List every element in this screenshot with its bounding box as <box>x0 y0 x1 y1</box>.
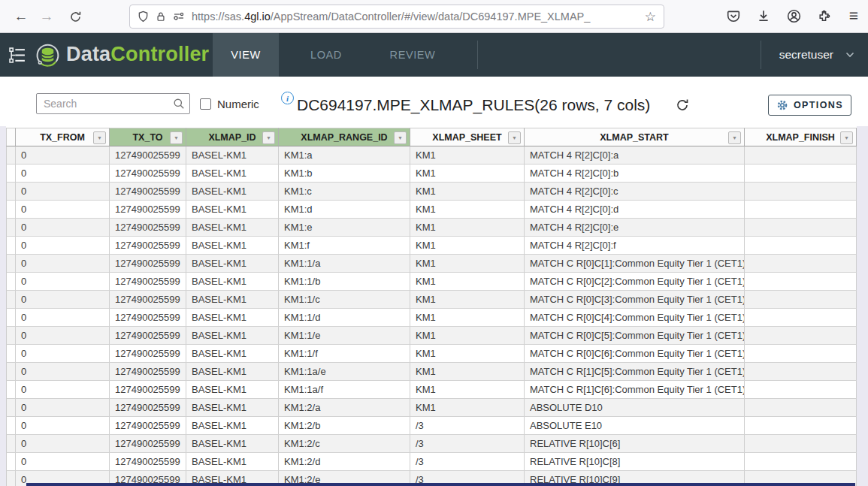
tab-load[interactable]: LOAD <box>293 33 359 77</box>
table-cell[interactable] <box>745 417 857 435</box>
column-filter-button[interactable]: ▼ <box>93 131 106 144</box>
table-cell[interactable]: MATCH 4 R[2]C[0]:c <box>525 183 745 201</box>
row-gutter[interactable] <box>6 219 16 237</box>
column-header-xlmap_sheet[interactable]: XLMAP_SHEET▼ <box>410 128 525 146</box>
table-cell[interactable]: 127490025599 <box>110 399 186 417</box>
table-cell[interactable]: KM1:2/d <box>279 453 410 471</box>
table-cell[interactable]: BASEL-KM1 <box>186 219 279 237</box>
shield-icon[interactable] <box>138 11 149 23</box>
table-cell[interactable]: 127490025599 <box>110 363 186 381</box>
table-cell[interactable]: KM1 <box>410 219 525 237</box>
table-cell[interactable]: KM1 <box>410 399 525 417</box>
table-cell[interactable]: KM1:c <box>279 183 410 201</box>
table-cell[interactable]: BASEL-KM1 <box>186 183 279 201</box>
table-cell[interactable]: 127490025599 <box>110 201 186 219</box>
user-menu[interactable]: secretuser <box>779 33 854 77</box>
table-cell[interactable]: BASEL-KM1 <box>186 345 279 363</box>
table-cell[interactable]: BASEL-KM1 <box>186 327 279 345</box>
info-icon[interactable]: i <box>281 92 294 104</box>
table-cell[interactable]: /3 <box>410 417 525 435</box>
table-cell[interactable]: MATCH C R[0]C[6]:Common Equity Tier 1 (C… <box>525 345 745 363</box>
table-cell[interactable]: 127490025599 <box>110 381 186 399</box>
tab-view[interactable]: VIEW <box>213 33 279 77</box>
lock-icon[interactable] <box>156 11 166 23</box>
url-text[interactable]: https://sas.4gl.io/AppStream/DataControl… <box>192 11 640 23</box>
table-cell[interactable]: 127490025599 <box>110 327 186 345</box>
row-gutter[interactable] <box>6 417 16 435</box>
horizontal-scrollbar[interactable] <box>26 483 855 486</box>
table-cell[interactable]: /3 <box>410 435 525 453</box>
table-cell[interactable]: 127490025599 <box>110 146 186 165</box>
table-cell[interactable]: KM1 <box>410 381 525 399</box>
table-cell[interactable]: BASEL-KM1 <box>186 146 279 165</box>
table-cell[interactable]: KM1:d <box>279 201 410 219</box>
table-cell[interactable]: BASEL-KM1 <box>186 273 279 291</box>
table-cell[interactable]: 0 <box>16 291 110 309</box>
table-cell[interactable]: KM1 <box>410 291 525 309</box>
row-gutter[interactable] <box>6 291 16 309</box>
table-cell[interactable]: /3 <box>410 453 525 471</box>
table-cell[interactable]: 127490025599 <box>110 219 186 237</box>
table-cell[interactable]: KM1:f <box>279 237 410 255</box>
table-refresh-icon[interactable] <box>676 98 689 115</box>
column-header-xlmap_start[interactable]: XLMAP_START▼ <box>525 128 745 146</box>
menu-icon[interactable]: ≡ <box>844 6 863 26</box>
table-cell[interactable]: KM1 <box>410 327 525 345</box>
options-button[interactable]: OPTIONS <box>768 95 851 116</box>
table-cell[interactable]: MATCH 4 R[2]C[0]:b <box>525 165 745 183</box>
row-gutter[interactable] <box>6 146 16 165</box>
row-gutter[interactable] <box>6 309 16 327</box>
table-cell[interactable]: BASEL-KM1 <box>186 309 279 327</box>
table-cell[interactable] <box>745 327 857 345</box>
table-cell[interactable]: BASEL-KM1 <box>186 381 279 399</box>
column-header-xlmap_id[interactable]: XLMAP_ID▼ <box>186 128 279 146</box>
table-cell[interactable]: MATCH 4 R[2]C[0]:d <box>525 201 745 219</box>
column-header-tx_to[interactable]: TX_TO▼ <box>110 128 186 146</box>
table-cell[interactable]: 0 <box>16 417 110 435</box>
table-cell[interactable]: BASEL-KM1 <box>186 237 279 255</box>
table-cell[interactable]: 127490025599 <box>110 435 186 453</box>
table-cell[interactable]: MATCH C R[0]C[1]:Common Equity Tier 1 (C… <box>525 255 745 273</box>
row-gutter[interactable] <box>6 399 16 417</box>
table-cell[interactable]: 0 <box>16 165 110 183</box>
table-cell[interactable]: BASEL-KM1 <box>186 453 279 471</box>
table-cell[interactable] <box>745 273 857 291</box>
table-cell[interactable] <box>745 363 857 381</box>
table-cell[interactable]: MATCH 4 R[2]C[0]:a <box>525 146 745 165</box>
table-cell[interactable]: KM1 <box>410 309 525 327</box>
table-cell[interactable]: 0 <box>16 255 110 273</box>
column-filter-button[interactable]: ▼ <box>728 131 741 144</box>
pocket-icon[interactable] <box>724 6 743 26</box>
browser-refresh-button[interactable] <box>65 6 86 27</box>
table-cell[interactable] <box>745 291 857 309</box>
table-cell[interactable]: 0 <box>16 309 110 327</box>
table-cell[interactable]: 0 <box>16 273 110 291</box>
table-cell[interactable]: 127490025599 <box>110 453 186 471</box>
table-cell[interactable]: 0 <box>16 146 110 165</box>
row-gutter[interactable] <box>6 363 16 381</box>
table-cell[interactable]: 0 <box>16 399 110 417</box>
table-cell[interactable]: BASEL-KM1 <box>186 435 279 453</box>
table-cell[interactable] <box>745 453 857 471</box>
table-cell[interactable]: BASEL-KM1 <box>186 417 279 435</box>
table-cell[interactable]: BASEL-KM1 <box>186 399 279 417</box>
browser-forward-button[interactable]: → <box>36 6 57 27</box>
table-cell[interactable]: RELATIVE R[10]C[6] <box>525 435 745 453</box>
column-filter-button[interactable]: ▼ <box>394 131 407 144</box>
row-gutter[interactable] <box>6 255 16 273</box>
table-cell[interactable]: 127490025599 <box>110 255 186 273</box>
table-cell[interactable]: ABSOLUTE D10 <box>525 399 745 417</box>
table-cell[interactable]: KM1:1/c <box>279 291 410 309</box>
table-cell[interactable]: KM1 <box>410 255 525 273</box>
table-cell[interactable]: 0 <box>16 363 110 381</box>
table-cell[interactable]: KM1 <box>410 201 525 219</box>
table-cell[interactable]: 0 <box>16 345 110 363</box>
row-gutter[interactable] <box>6 381 16 399</box>
table-cell[interactable] <box>745 345 857 363</box>
table-cell[interactable]: BASEL-KM1 <box>186 165 279 183</box>
table-cell[interactable]: 0 <box>16 237 110 255</box>
table-cell[interactable]: ABSOLUTE E10 <box>525 417 745 435</box>
table-cell[interactable]: MATCH C R[0]C[4]:Common Equity Tier 1 (C… <box>525 309 745 327</box>
table-cell[interactable]: 0 <box>16 327 110 345</box>
table-cell[interactable] <box>745 219 857 237</box>
